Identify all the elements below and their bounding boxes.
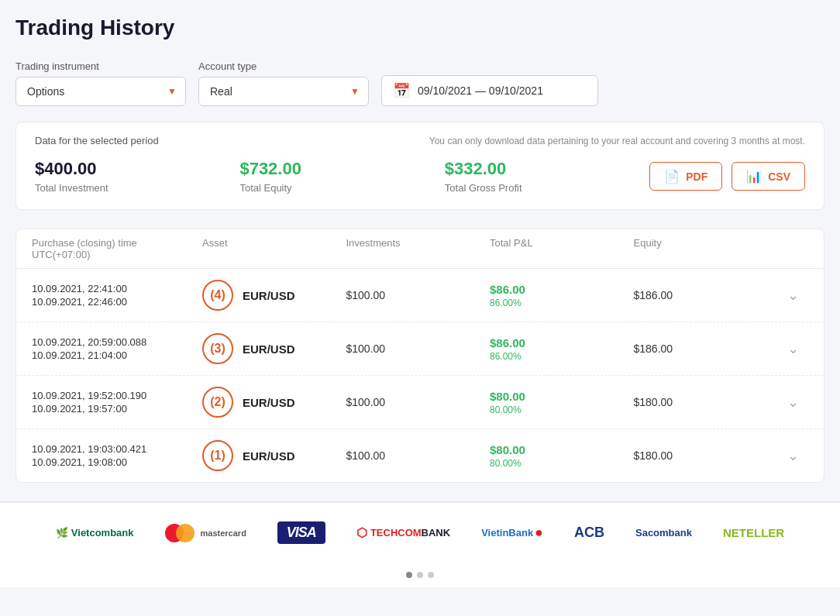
sacombank-logo: Sacombank — [635, 527, 692, 539]
total-gross-profit-stat: $332.00 Total Gross Profit — [445, 159, 649, 194]
vietinbank-icon: ● — [535, 525, 543, 541]
pdf-icon: 📄 — [664, 169, 680, 184]
trading-history-table: Purchase (closing) time UTC(+07:00) Asse… — [15, 229, 825, 483]
expand-button-3[interactable]: ⌄ — [777, 394, 808, 411]
table-row: 10.09.2021, 19:03:00.421 10.09.2021, 19:… — [16, 429, 824, 482]
header-pnl: Total P&L — [490, 237, 634, 260]
account-type-select[interactable]: Real — [198, 77, 369, 106]
neteller-text: NETELLER — [723, 526, 784, 539]
close-time-4: 10.09.2021, 19:08:00 — [32, 456, 202, 468]
table-row: 10.09.2021, 22:41:00 10.09.2021, 22:46:0… — [16, 269, 824, 322]
data-period-section: Data for the selected period You can onl… — [15, 122, 825, 210]
asset-name-4: EUR/USD — [243, 449, 295, 463]
account-type-select-wrapper[interactable]: Real ▼ — [198, 77, 369, 106]
csv-button-label: CSV — [768, 170, 790, 183]
neteller-logo: NETELLER — [723, 526, 784, 539]
trading-instrument-group: Trading instrument Options ▼ — [15, 60, 186, 106]
pdf-download-button[interactable]: 📄 PDF — [649, 162, 722, 191]
total-equity-stat: $732.00 Total Equity — [239, 159, 444, 194]
trade-badge-2: (3) — [202, 333, 233, 364]
page-title: Trading History — [15, 15, 825, 40]
date-range-label — [381, 59, 598, 71]
time-cell-2: 10.09.2021, 20:59:00.088 10.09.2021, 21:… — [32, 336, 202, 361]
account-type-label: Account type — [198, 60, 369, 72]
vietcombank-logo: 🌿 Vietcombank — [56, 527, 134, 539]
pnl-percent-3: 80.00% — [490, 404, 634, 415]
open-time-4: 10.09.2021, 19:03:00.421 — [32, 443, 202, 455]
footer-dots — [0, 563, 840, 587]
trading-instrument-label: Trading instrument — [15, 60, 186, 72]
download-buttons: 📄 PDF 📊 CSV — [649, 162, 805, 191]
sacombank-text: Sacombank — [635, 527, 692, 539]
dot-3[interactable] — [428, 572, 434, 578]
table-header: Purchase (closing) time UTC(+07:00) Asse… — [16, 229, 824, 269]
total-equity-value: $732.00 — [239, 159, 444, 179]
acb-logo: ACB — [574, 525, 604, 541]
time-cell-1: 10.09.2021, 22:41:00 10.09.2021, 22:46:0… — [32, 283, 202, 308]
filters-row: Trading instrument Options ▼ Account typ… — [15, 59, 825, 106]
dot-2[interactable] — [417, 572, 423, 578]
equity-cell-3: $180.00 — [634, 396, 778, 408]
time-cell-3: 10.09.2021, 19:52:00.190 10.09.2021, 19:… — [32, 390, 202, 415]
trade-badge-4: (1) — [202, 440, 233, 471]
account-type-group: Account type Real ▼ — [198, 60, 369, 106]
pnl-cell-4: $80.00 80.00% — [490, 443, 634, 469]
techcombank-text: TECHCOM — [370, 527, 422, 539]
mc-orange-circle — [176, 524, 195, 542]
dot-1[interactable] — [406, 572, 412, 578]
vietinbank-logo: VietinBank ● — [481, 525, 543, 541]
pnl-percent-2: 86.00% — [490, 351, 634, 362]
expand-button-2[interactable]: ⌄ — [777, 340, 808, 357]
footer-brands: 🌿 Vietcombank mastercard VISA ⬡ TECHCOMB… — [0, 502, 840, 563]
data-period-header: Data for the selected period You can onl… — [35, 135, 805, 146]
pnl-value-4: $80.00 — [490, 443, 634, 456]
mastercard-text: mastercard — [201, 528, 246, 538]
equity-cell-1: $186.00 — [634, 289, 778, 301]
date-picker[interactable]: 📅 09/10/2021 — 09/10/2021 — [381, 75, 598, 106]
asset-cell-3: (2) EUR/USD — [202, 387, 346, 418]
vietcombank-text: Vietcombank — [71, 527, 134, 539]
equity-cell-2: $186.00 — [634, 342, 778, 355]
pnl-percent-1: 86.00% — [490, 298, 634, 308]
close-time-3: 10.09.2021, 19:57:00 — [32, 403, 202, 415]
header-equity: Equity — [634, 237, 778, 260]
asset-name-3: EUR/USD — [243, 396, 295, 409]
table-row: 10.09.2021, 20:59:00.088 10.09.2021, 21:… — [16, 322, 824, 376]
trading-instrument-select-wrapper[interactable]: Options ▼ — [15, 77, 186, 106]
pnl-cell-3: $80.00 80.00% — [490, 390, 634, 415]
total-gross-profit-value: $332.00 — [445, 159, 649, 179]
date-range-group: 📅 09/10/2021 — 09/10/2021 — [381, 59, 598, 106]
investment-cell-2: $100.00 — [346, 342, 491, 355]
asset-name-2: EUR/USD — [243, 342, 295, 356]
pnl-percent-4: 80.00% — [490, 458, 634, 469]
asset-name-1: EUR/USD — [243, 289, 295, 302]
asset-cell-1: (4) EUR/USD — [202, 280, 346, 311]
total-equity-label: Total Equity — [239, 182, 444, 194]
header-investments: Investments — [346, 237, 491, 260]
open-time-1: 10.09.2021, 22:41:00 — [32, 283, 202, 294]
investment-cell-4: $100.00 — [346, 449, 491, 462]
csv-download-button[interactable]: 📊 CSV — [732, 162, 805, 191]
investment-cell-1: $100.00 — [346, 289, 491, 301]
visa-logo: VISA — [277, 521, 325, 544]
total-investment-value: $400.00 — [35, 159, 239, 179]
mastercard-circles — [165, 524, 195, 542]
header-expand — [777, 237, 808, 260]
csv-icon: 📊 — [746, 169, 762, 184]
close-time-1: 10.09.2021, 22:46:00 — [32, 296, 202, 308]
total-investment-label: Total Investment — [35, 182, 239, 194]
footer: 🌿 Vietcombank mastercard VISA ⬡ TECHCOMB… — [0, 501, 840, 587]
expand-button-4[interactable]: ⌄ — [777, 447, 808, 464]
trade-badge-3: (2) — [202, 387, 233, 418]
data-period-notice: You can only download data pertaining to… — [429, 136, 805, 146]
equity-cell-4: $180.00 — [634, 449, 778, 462]
acb-text: ACB — [574, 525, 604, 541]
header-asset: Asset — [202, 237, 346, 260]
mastercard-logo: mastercard — [165, 524, 246, 542]
expand-button-1[interactable]: ⌄ — [777, 287, 808, 304]
trading-instrument-select[interactable]: Options — [15, 77, 186, 106]
asset-cell-4: (1) EUR/USD — [202, 440, 346, 471]
pnl-cell-1: $86.00 86.00% — [490, 283, 634, 308]
header-time: Purchase (closing) time UTC(+07:00) — [32, 237, 202, 260]
open-time-2: 10.09.2021, 20:59:00.088 — [32, 336, 202, 348]
